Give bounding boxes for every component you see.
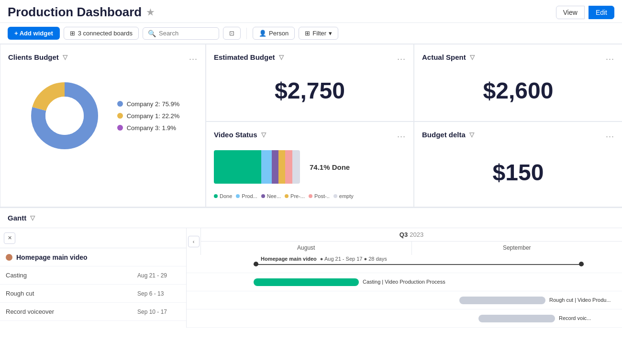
task-name-voiceover: Record voiceover <box>6 308 137 315</box>
more-icon[interactable]: ... <box>189 52 198 62</box>
more-icon[interactable]: ... <box>397 52 406 62</box>
widget-title: Actual Spent ▽ <box>422 53 475 61</box>
gantt-group-name: Homepage main video <box>16 254 88 261</box>
save-icon-button[interactable]: ⊡ <box>223 27 241 40</box>
filter-icon[interactable]: ▽ <box>261 131 266 138</box>
legend-dot-need <box>261 194 265 198</box>
gantt-group-row: Homepage main video <box>0 248 186 266</box>
more-icon[interactable]: ... <box>606 52 614 62</box>
person-label: Person <box>269 30 289 37</box>
search-input[interactable] <box>159 30 207 37</box>
legend-item-empty: empty <box>333 193 354 199</box>
legend-item-done: Done <box>214 193 232 199</box>
legend-item: Company 1: 22.2% <box>117 112 180 120</box>
video-status-widget: Video Status ▽ ... 74.1% Done Done <box>206 121 414 207</box>
more-icon[interactable]: ... <box>606 130 614 140</box>
legend-dot-post <box>309 194 312 198</box>
bar-pre <box>278 150 285 184</box>
video-status-content: 74.1% Done <box>214 145 406 188</box>
legend-dot-company3 <box>117 125 123 131</box>
status-legend: Done Prod... Nee... Pre-... Post-.. empt… <box>214 193 406 199</box>
filter-icon[interactable]: ▽ <box>470 54 475 61</box>
gantt-timeline-top: ‹ Q3 2023 August September <box>187 228 622 255</box>
chevron-down-icon: ▾ <box>329 30 332 37</box>
gantt-nav-button[interactable]: ‹ <box>188 236 200 247</box>
connected-boards-button[interactable]: ⊞ 3 connected boards <box>64 27 139 40</box>
widget-title: Budget delta ▽ <box>422 131 474 139</box>
bar-post <box>285 150 292 184</box>
gantt-group-timeline-label: Homepage main video ● Aug 21 - Sep 17 ● … <box>261 256 387 262</box>
legend-item-post: Post-.. <box>309 193 330 199</box>
toolbar: + Add widget ⊞ 3 connected boards 🔍 ⊡ 👤 … <box>0 23 622 44</box>
person-icon: 👤 <box>259 30 267 37</box>
person-button[interactable]: 👤 Person <box>253 27 295 40</box>
estimated-budget-value: $2,750 <box>214 68 406 113</box>
gantt-collapse-button[interactable]: ✕ <box>4 232 15 244</box>
filter-icon[interactable]: ▽ <box>279 54 284 61</box>
widget-header: Budget delta ▽ ... <box>422 130 614 140</box>
gantt-nav-area: ‹ <box>187 228 201 255</box>
estimated-budget-title: Estimated Budget <box>214 53 275 61</box>
widget-header: Actual Spent ▽ ... <box>422 52 614 62</box>
view-button[interactable]: View <box>556 6 585 19</box>
edit-button[interactable]: Edit <box>589 6 614 19</box>
bar-need <box>272 150 278 184</box>
gantt-title: Gantt ▽ <box>8 214 35 222</box>
gantt-months-row: August September <box>201 242 622 255</box>
budget-delta-title: Budget delta <box>422 131 466 139</box>
dashboard-top: Clients Budget ▽ ... Co <box>0 44 622 208</box>
filter-icon[interactable]: ▽ <box>63 54 67 61</box>
gantt-filter-icon[interactable]: ▽ <box>30 214 35 221</box>
clients-budget-title: Clients Budget <box>8 53 59 61</box>
filter-button[interactable]: ⊞ Filter ▾ <box>299 27 338 40</box>
connected-boards-label: 3 connected boards <box>78 30 133 37</box>
gantt-bar-casting <box>254 278 359 286</box>
search-box[interactable]: 🔍 <box>143 27 219 40</box>
gantt-end-dot <box>579 262 584 266</box>
gantt-task-row-voiceover: Record voiceover Sep 10 - 17 <box>0 303 186 321</box>
legend-label-company2: Company 2: 75.9% <box>127 100 180 108</box>
svg-point-3 <box>45 97 84 135</box>
gantt-month-august: August <box>201 242 412 255</box>
legend-label-empty: empty <box>339 193 354 199</box>
widget-title: Clients Budget ▽ <box>8 53 67 61</box>
toolbar-separator <box>246 28 247 39</box>
gantt-task-row-roughcut: Rough cut Sep 6 - 13 <box>0 285 186 303</box>
legend-item: Company 3: 1.9% <box>117 124 180 132</box>
legend-item-prod: Prod... <box>236 193 257 199</box>
legend-item-need: Nee... <box>261 193 281 199</box>
legend-label-pre: Pre-... <box>290 193 305 199</box>
widget-header: Video Status ▽ ... <box>214 130 406 140</box>
filter-icon[interactable]: ▽ <box>469 131 474 138</box>
donut-chart <box>26 77 103 154</box>
gantt-chart-casting-row: Casting | Video Production Process <box>187 273 622 291</box>
legend-item: Company 2: 75.9% <box>117 100 180 108</box>
add-widget-button[interactable]: + Add widget <box>8 27 60 40</box>
save-icon: ⊡ <box>229 30 234 37</box>
estimated-budget-widget: Estimated Budget ▽ ... $2,750 <box>206 44 414 121</box>
header-actions: View Edit <box>556 6 614 19</box>
video-status-label: 74.1% Done <box>310 163 350 171</box>
timeline-label-text: Homepage main video <box>261 256 317 262</box>
search-icon: 🔍 <box>148 30 156 37</box>
gantt-bar-roughcut <box>459 297 545 304</box>
gantt-label-casting: Casting | Video Production Process <box>363 279 445 285</box>
page-header: Production Dashboard ★ View Edit <box>0 0 622 23</box>
gantt-title-text: Gantt <box>8 214 26 222</box>
more-icon[interactable]: ... <box>397 130 406 140</box>
filter-icon: ⊞ <box>305 30 310 37</box>
gantt-month-september: September <box>412 242 622 255</box>
legend-label-post: Post-.. <box>314 193 330 199</box>
stacked-bar <box>214 150 300 184</box>
legend-dot-empty <box>333 194 337 198</box>
legend-item-pre: Pre-... <box>285 193 305 199</box>
gantt-quarter-label: Q3 <box>400 231 408 238</box>
gantt-start-dot <box>254 262 258 266</box>
task-dates-roughcut: Sep 6 - 13 <box>137 290 180 297</box>
task-dates-voiceover: Sep 10 - 17 <box>137 309 180 315</box>
star-icon[interactable]: ★ <box>146 7 154 18</box>
gantt-section: Gantt ▽ ✕ Homepage main video Casting Au… <box>0 208 622 328</box>
legend-label-company3: Company 3: 1.9% <box>127 124 176 132</box>
legend-label-prod: Prod... <box>242 193 257 199</box>
bar-empty <box>292 150 300 184</box>
